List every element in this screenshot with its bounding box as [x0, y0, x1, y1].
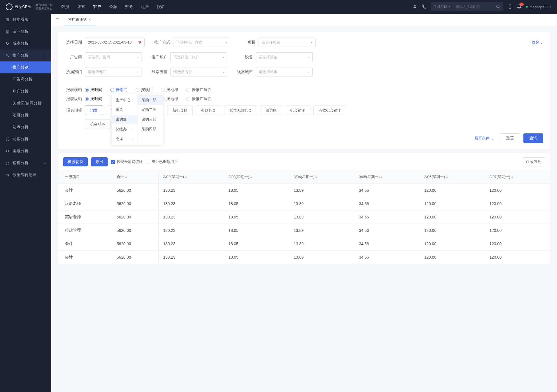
- col-project[interactable]: 一级项目: [58, 170, 112, 184]
- top-nav: 数据 线索 客户 公海 财务 运营 报名: [61, 4, 165, 9]
- sidebar-item-promotion[interactable]: ✎推广分析⌃: [0, 49, 51, 61]
- table-section: 横纵切换 导出 按现金消费统计 统计已删除用户 ⚙设置列 一级项目 合计◆ 3/…: [58, 153, 550, 264]
- radio-haxis-project[interactable]: 按项目: [136, 87, 153, 92]
- metric-valid[interactable]: 有效机会: [196, 106, 221, 115]
- sidebar-sub-overview[interactable]: 推广总览: [0, 61, 51, 73]
- menu-item-purchase[interactable]: 采购部›: [112, 115, 137, 124]
- search-button[interactable]: [493, 4, 503, 10]
- table-header-row: 一级项目 合计◆ 3/02(星期一)◆ 3/03(星期一)◆ 3/04(星期一)…: [58, 170, 550, 184]
- col-306[interactable]: 3/06(星期一)◆: [420, 170, 485, 184]
- expand-conditions-link[interactable]: 展开条件 ⌄: [475, 136, 494, 141]
- export-button[interactable]: 导出: [91, 157, 108, 166]
- metric-convert[interactable]: 机会销转: [285, 106, 310, 115]
- reset-button[interactable]: 重置: [500, 133, 520, 143]
- device-select[interactable]: 请选择设备▾: [256, 52, 313, 62]
- user-icon[interactable]: [413, 4, 417, 10]
- col-total[interactable]: 合计◆: [112, 170, 159, 184]
- table-cell: 5620.00: [112, 211, 159, 224]
- menu-item-customs[interactable]: 报关: [112, 105, 137, 115]
- menu-item-production[interactable]: 生产中心›: [112, 95, 137, 105]
- table-row[interactable]: 会计5620.00130.2318.0513.8934.56120.00120.…: [58, 251, 550, 264]
- search-type-select[interactable]: 手机号码 ▾: [431, 5, 453, 9]
- column-settings-button[interactable]: ⚙设置列: [522, 157, 545, 166]
- col-307[interactable]: 3/07(星期一)◆: [485, 170, 550, 184]
- table-row[interactable]: 汉语老师5620.00130.2318.0513.8934.56120.0012…: [58, 197, 550, 211]
- sidebar-sub-advertiser[interactable]: 广告商分析: [0, 73, 51, 85]
- sidebar-item-sales[interactable]: ◎销售分析⌄: [0, 157, 51, 169]
- col-305[interactable]: 3/05(星期一)◆: [354, 170, 419, 184]
- nav-data[interactable]: 数据: [61, 4, 69, 9]
- radio-haxis-attr[interactable]: 按推广属性: [186, 87, 212, 92]
- table-row[interactable]: 英语老师5620.00130.2318.0513.8934.56120.0012…: [58, 211, 550, 224]
- sidebar-sub-keyword[interactable]: 关键词/创意分析: [0, 97, 51, 109]
- table-cell: 英语老师: [58, 211, 112, 224]
- nav-customer[interactable]: 客户: [93, 4, 101, 9]
- metric-revisit[interactable]: 回访数: [260, 106, 282, 115]
- table-row[interactable]: 会计5620.00130.2318.0513.8934.56120.00120.…: [58, 237, 550, 251]
- sidebar-sub-site[interactable]: 站点分析: [0, 121, 51, 133]
- nav-leads[interactable]: 线索: [77, 4, 85, 9]
- close-icon[interactable]: ✕: [88, 18, 91, 22]
- col-303[interactable]: 3/03(星期一)◆: [224, 170, 289, 184]
- menu-item-gm[interactable]: 总经办›: [112, 124, 137, 134]
- radio-vaxis-attr[interactable]: 按推广属性: [186, 96, 212, 102]
- nav-ops[interactable]: 运营: [141, 4, 149, 9]
- tab-overview[interactable]: 推广总预览 ✕: [64, 14, 95, 26]
- checkbox-icon: [111, 160, 115, 164]
- toggle-axis-button[interactable]: 横纵切换: [63, 157, 88, 166]
- phone-icon[interactable]: [422, 4, 426, 10]
- radio-haxis-dept[interactable]: 按部门: [110, 87, 128, 92]
- nav-sea[interactable]: 公海: [109, 4, 117, 9]
- menu-item-purchase3[interactable]: 采购三部: [138, 115, 163, 124]
- account-select[interactable]: 请选择推广账户▾: [170, 52, 227, 62]
- date-range-input[interactable]: 2021-03-02 至 2021-03-16📅: [85, 38, 145, 47]
- metric-invalid[interactable]: 反馈无效机会: [224, 106, 257, 115]
- province-select[interactable]: 请选择省份▾: [170, 67, 227, 77]
- check-cash[interactable]: 按现金消费统计: [111, 159, 143, 164]
- sidebar-toggle[interactable]: ☰: [51, 18, 64, 22]
- filter-panel: 选择日期 2021-03-02 至 2021-03-16📅 推广方式 请选择推广…: [58, 32, 550, 149]
- metric-consume[interactable]: 消费: [85, 106, 103, 115]
- city-select[interactable]: 请选择城市▾: [256, 67, 313, 77]
- query-button[interactable]: 查询: [523, 133, 543, 143]
- radio-haxis-region[interactable]: 按地域: [161, 87, 178, 92]
- menu-item-warehouse[interactable]: 仓库›: [112, 134, 137, 144]
- table-row[interactable]: 行政管理5620.00130.2318.0513.8934.56120.0012…: [58, 224, 550, 237]
- nav-finance[interactable]: 财务: [125, 4, 133, 9]
- user-menu[interactable]: manager11 ▾: [526, 5, 551, 9]
- project-select[interactable]: 请选择项目▾: [259, 38, 316, 47]
- sidebar-item-cost[interactable]: ↻成本分析: [0, 38, 51, 49]
- col-304[interactable]: 3/04(星期一)◆: [289, 170, 354, 184]
- nav-signup[interactable]: 报名: [157, 4, 165, 9]
- sidebar-item-visitor[interactable]: ☷访客分析: [0, 133, 51, 145]
- sidebar-sub-project[interactable]: 项目分析: [0, 109, 51, 121]
- collapse-link[interactable]: 收起 ⌄: [532, 40, 543, 45]
- method-select[interactable]: 请选择推广方式▾: [173, 38, 230, 47]
- sidebar-sub-account[interactable]: 账户分析: [0, 85, 51, 97]
- radio-vaxis-time[interactable]: 按时间: [85, 96, 102, 102]
- menu-item-purchase4[interactable]: 采购四部: [138, 124, 163, 134]
- search-input[interactable]: [453, 5, 493, 9]
- menu-item-purchase1[interactable]: 采购一部: [138, 95, 163, 105]
- sidebar-item-dashboard[interactable]: ⊞数据看版: [0, 14, 51, 26]
- radio-haxis-time[interactable]: 按时间: [85, 87, 102, 92]
- sidebar-item-channel[interactable]: ⚯渠道分析: [0, 145, 51, 157]
- logo[interactable]: 云朵CRM 教育机构一站式服务云平台: [6, 3, 53, 10]
- radio-vaxis-region[interactable]: 按地域: [161, 96, 178, 102]
- metric-cost[interactable]: 机会成本: [85, 119, 110, 129]
- table-cell: 18.05: [224, 251, 289, 264]
- table-cell: 120.00: [420, 184, 485, 197]
- advertiser-select[interactable]: 请选择广告商▾: [85, 52, 142, 62]
- col-302[interactable]: 3/02(星期一)◆: [159, 170, 224, 184]
- chevron-down-icon: ▾: [137, 71, 139, 74]
- table-row[interactable]: 会计5620.00130.2318.0513.8934.56120.00120.…: [58, 184, 550, 197]
- sidebar-item-flow[interactable]: ⟲数据流转记录: [0, 169, 51, 181]
- sidebar-item-funnel[interactable]: ⍗漏斗分析: [0, 26, 51, 38]
- menu-item-purchase2[interactable]: 采购二部: [138, 105, 163, 115]
- dept-select[interactable]: 请选择部门▾: [85, 67, 142, 77]
- bell-icon[interactable]: 5: [517, 4, 521, 10]
- metric-validconvert[interactable]: 有效机会销转: [313, 106, 346, 115]
- check-deleted[interactable]: 统计已删除用户: [146, 159, 178, 164]
- metric-new[interactable]: 新机会数: [167, 106, 193, 115]
- mobile-icon[interactable]: [508, 4, 512, 10]
